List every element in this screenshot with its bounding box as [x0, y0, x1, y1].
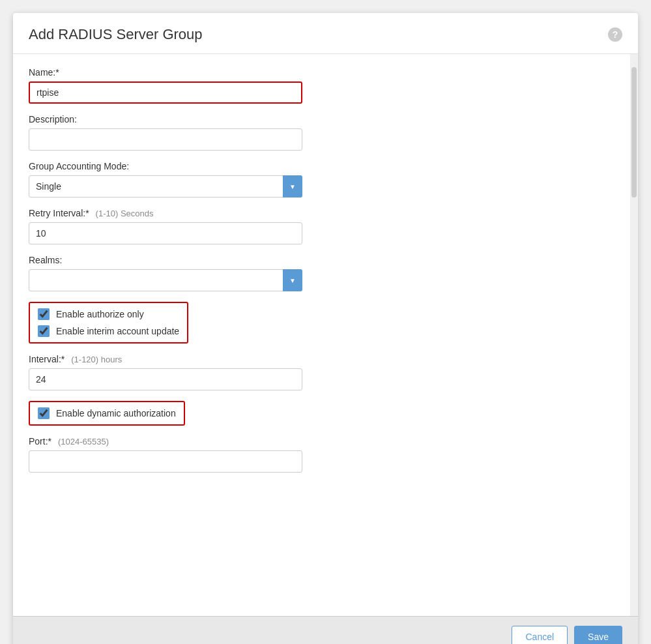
save-button[interactable]: Save: [574, 626, 622, 644]
dynamic-authorization-group: Enable dynamic authorization: [29, 401, 185, 426]
scrollbar-thumb[interactable]: [631, 67, 637, 198]
enable-interim-account-update-label: Enable interim account update: [56, 326, 179, 336]
enable-interim-account-update-item: Enable interim account update: [38, 325, 179, 337]
group-accounting-mode-select[interactable]: Single Multiple: [29, 175, 302, 198]
interval-label: Interval:*: [29, 354, 65, 364]
interval-label-row: Interval:* (1-120) hours: [29, 354, 615, 368]
interval-group: Interval:* (1-120) hours: [29, 354, 615, 390]
enable-authorize-only-checkbox[interactable]: [38, 308, 50, 320]
dialog-footer: Cancel Save: [13, 616, 638, 644]
port-input[interactable]: [29, 450, 302, 473]
cancel-button[interactable]: Cancel: [512, 626, 568, 644]
description-input[interactable]: [29, 128, 302, 151]
dialog-header: Add RADIUS Server Group ?: [13, 13, 638, 54]
group-accounting-mode-label: Group Accounting Mode:: [29, 161, 615, 171]
retry-interval-label: Retry Interval:*: [29, 208, 89, 218]
port-label: Port:*: [29, 436, 51, 446]
retry-interval-input[interactable]: [29, 222, 302, 244]
help-icon[interactable]: ?: [608, 27, 622, 42]
retry-interval-label-row: Retry Interval:* (1-10) Seconds: [29, 208, 615, 222]
retry-interval-group: Retry Interval:* (1-10) Seconds: [29, 208, 615, 244]
interval-input[interactable]: [29, 368, 302, 390]
enable-dynamic-authorization-checkbox[interactable]: [38, 407, 50, 419]
dialog-body: Name:* Description: Group Accounting Mod…: [13, 54, 638, 616]
port-label-row: Port:* (1024-65535): [29, 436, 615, 450]
name-input[interactable]: [29, 81, 302, 104]
group-accounting-mode-group: Group Accounting Mode: Single Multiple: [29, 161, 615, 198]
retry-interval-hint: (1-10) Seconds: [96, 209, 154, 218]
realms-select[interactable]: [29, 269, 302, 291]
realms-select-wrapper: [29, 269, 302, 291]
enable-dynamic-authorization-label: Enable dynamic authorization: [56, 408, 176, 418]
realms-group: Realms:: [29, 255, 615, 291]
realms-label: Realms:: [29, 255, 615, 265]
port-group: Port:* (1024-65535): [29, 436, 615, 473]
enable-interim-account-update-checkbox[interactable]: [38, 325, 50, 337]
name-label: Name:*: [29, 67, 615, 78]
name-group: Name:*: [29, 67, 615, 104]
scrollbar-track[interactable]: [630, 54, 638, 616]
dialog-title: Add RADIUS Server Group: [29, 26, 203, 43]
dialog: Add RADIUS Server Group ? Name:* Descrip…: [13, 13, 638, 644]
description-label: Description:: [29, 114, 615, 124]
enable-authorize-only-label: Enable authorize only: [56, 309, 144, 319]
form-area: Name:* Description: Group Accounting Mod…: [13, 54, 630, 616]
description-group: Description:: [29, 114, 615, 151]
authorize-checkboxes-group: Enable authorize only Enable interim acc…: [29, 302, 188, 344]
interval-hint: (1-120) hours: [71, 355, 122, 364]
enable-dynamic-authorization-item: Enable dynamic authorization: [38, 407, 176, 419]
port-hint: (1024-65535): [58, 437, 109, 446]
enable-authorize-only-item: Enable authorize only: [38, 308, 179, 320]
group-accounting-mode-select-wrapper: Single Multiple: [29, 175, 302, 198]
